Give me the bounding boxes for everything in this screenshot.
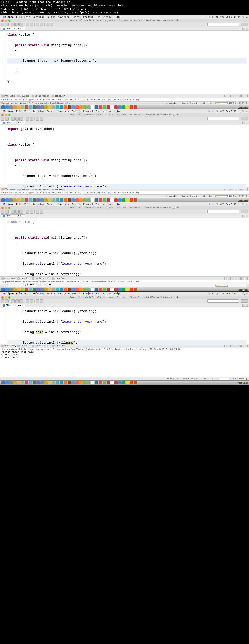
dock-app-icon[interactable] [44, 381, 48, 384]
dock-app-icon[interactable] [40, 198, 44, 202]
minimize-view-icon[interactable] [243, 28, 245, 30]
dock-app-icon[interactable] [99, 381, 102, 384]
menu-file[interactable]: File [16, 110, 22, 113]
dock-app-icon[interactable] [56, 106, 59, 109]
dock-app-icon[interactable] [36, 288, 40, 291]
tb-ext[interactable] [19, 23, 23, 26]
dock-app-icon[interactable] [48, 106, 51, 109]
console-open-icon[interactable] [238, 95, 241, 98]
editor-tab-bar[interactable]: *Mobile.java× [0, 121, 249, 125]
dock-app-icon[interactable] [75, 288, 79, 291]
clock[interactable]: Sun 3:16 pm [226, 203, 240, 206]
macos-dock[interactable]: 00:01:40 [0, 287, 249, 292]
dock-app-icon[interactable] [21, 106, 24, 109]
dock-app-icon[interactable] [5, 288, 9, 291]
dock-app-icon[interactable] [68, 381, 71, 384]
wifi-icon[interactable]: ⏣ ᯤ [208, 16, 214, 18]
console-output[interactable]: <terminated> Mobile [Java Application] /… [0, 98, 249, 101]
dock-app-icon[interactable] [110, 381, 114, 384]
dock-app-icon[interactable] [52, 381, 55, 384]
tb-save[interactable] [5, 23, 8, 26]
dock-app-icon[interactable] [52, 106, 55, 109]
menu-run[interactable]: Run [96, 16, 100, 18]
dock-app-icon[interactable] [114, 198, 118, 202]
dock-app-icon[interactable] [130, 198, 133, 202]
eclipse-toolbar[interactable] [0, 210, 249, 214]
console-min-icon[interactable] [242, 95, 244, 98]
tb-search[interactable] [36, 23, 39, 26]
wifi-icon[interactable]: ⏣ ᯤ [208, 110, 214, 113]
dock-app-icon[interactable] [130, 381, 133, 384]
menu-project[interactable]: Project [83, 16, 93, 18]
mac-menubar[interactable]: Eclipse File Edit Refactor Source Naviga… [0, 109, 249, 113]
console-display-icon[interactable] [235, 95, 237, 98]
quick-access-input[interactable] [208, 23, 239, 26]
traffic-lights[interactable] [1, 20, 10, 22]
close-tab-icon[interactable]: × [22, 28, 23, 30]
dock-app-icon[interactable] [106, 288, 110, 291]
dock-app-icon[interactable] [1, 381, 5, 384]
dock-app-icon[interactable] [118, 106, 122, 109]
dock-app-icon[interactable] [134, 198, 137, 202]
menu-source[interactable]: Source [47, 110, 55, 113]
code-editor[interactable]: class Mobile { public static void main(S… [0, 31, 249, 94]
menu-file[interactable]: File [16, 16, 22, 18]
clock[interactable]: Sun 3:18 pm [226, 292, 240, 295]
eclipse-toolbar[interactable] [0, 299, 249, 303]
menu-search[interactable]: Search [72, 16, 81, 18]
dock-app-icon[interactable] [68, 106, 71, 109]
menu-search[interactable]: Search [72, 110, 81, 113]
dock-app-icon[interactable] [32, 106, 36, 109]
dock-app-icon[interactable] [64, 381, 67, 384]
close-tab-icon[interactable]: × [22, 122, 23, 124]
menu-navigate[interactable]: Navigate [58, 16, 69, 18]
dock-app-icon[interactable] [79, 106, 83, 109]
tb-debug[interactable] [11, 23, 14, 26]
editor-tab-bar[interactable]: *Mobile.java × [0, 27, 249, 31]
dock-app-icon[interactable] [29, 381, 32, 384]
tb-fwd[interactable] [50, 23, 53, 26]
dock-app-icon[interactable] [95, 381, 98, 384]
mac-menubar[interactable]: Eclipse FileEditRefactorSourceNavigateSe… [0, 202, 249, 206]
dock-app-icon[interactable] [91, 198, 94, 202]
editor-tab-bar[interactable]: *Mobile.java× [0, 214, 249, 218]
dock-app-icon[interactable] [9, 288, 13, 291]
menu-refactor[interactable]: Refactor [32, 16, 44, 18]
dock-app-icon[interactable] [17, 198, 20, 202]
dock-app-icon[interactable] [9, 381, 13, 384]
dock-app-icon[interactable] [36, 381, 40, 384]
dock-app-icon[interactable] [44, 288, 48, 291]
dock-app-icon[interactable] [13, 288, 16, 291]
tb-run[interactable] [15, 23, 19, 26]
dock-app-icon[interactable] [29, 198, 32, 202]
dock-app-icon[interactable] [130, 288, 133, 291]
dock-app-icon[interactable] [1, 106, 5, 109]
dock-app-icon[interactable] [13, 198, 16, 202]
dock-app-icon[interactable] [44, 106, 48, 109]
tb-task[interactable] [40, 23, 43, 26]
dock-app-icon[interactable] [134, 106, 137, 109]
volume-icon[interactable]: 40% [216, 16, 224, 18]
dock-app-icon[interactable] [99, 288, 102, 291]
dock-app-icon[interactable] [95, 198, 98, 202]
dock-app-icon[interactable] [29, 106, 32, 109]
dock-app-icon[interactable] [95, 106, 98, 109]
dock-app-icon[interactable] [9, 106, 13, 109]
dock-app-icon[interactable] [126, 198, 129, 202]
mac-menubar[interactable]: Eclipse FileEditRefactorSourceNavigateSe… [0, 292, 249, 296]
tb-type[interactable] [30, 23, 33, 26]
dock-app-icon[interactable] [56, 288, 59, 291]
dock-app-icon[interactable] [5, 381, 9, 384]
spotlight-icon[interactable]: 🔍 ≡ [242, 16, 248, 18]
menu-window[interactable]: Window [103, 16, 111, 18]
menu-app[interactable]: Eclipse [3, 16, 14, 18]
clock[interactable]: Sun 3:14 pm [226, 16, 240, 18]
dock-app-icon[interactable] [126, 288, 129, 291]
dock-app-icon[interactable] [13, 381, 16, 384]
dock-app-icon[interactable] [126, 106, 129, 109]
dock-app-icon[interactable] [56, 198, 59, 202]
dock-app-icon[interactable] [75, 106, 79, 109]
dock-app-icon[interactable] [1, 288, 5, 291]
dock-app-icon[interactable] [130, 106, 133, 109]
dock-app-icon[interactable] [5, 198, 9, 202]
